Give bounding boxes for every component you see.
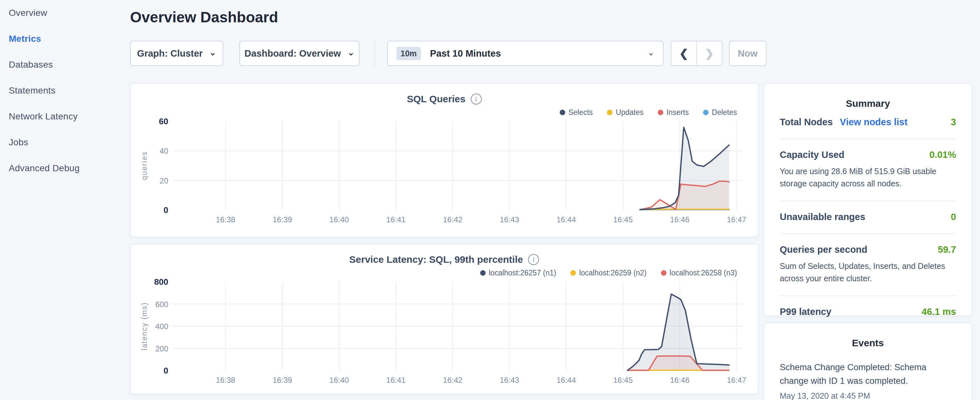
legend-label: Selects	[568, 108, 593, 117]
svg-text:0: 0	[164, 205, 168, 215]
summary-row-capacity: Capacity Used 0.01% You are using 28.6 M…	[780, 139, 956, 201]
sidebar-item-advanced-debug[interactable]: Advanced Debug	[0, 155, 129, 181]
legend-label: localhost:26258 (n3)	[670, 269, 737, 277]
svg-text:16:44: 16:44	[557, 215, 576, 224]
chart-title-row: SQL Queries i	[131, 94, 758, 105]
toolbar-divider	[374, 41, 375, 66]
legend-item[interactable]: Selects	[560, 108, 593, 117]
view-nodes-link[interactable]: View nodes list	[840, 117, 908, 127]
svg-text:600: 600	[155, 300, 168, 309]
legend-label: localhost:26257 (n1)	[489, 269, 556, 277]
summary-description: You are using 28.6 MiB of 515.9 GiB usab…	[780, 166, 956, 190]
page-title: Overview Dashboard	[130, 8, 278, 26]
svg-text:16:38: 16:38	[216, 215, 235, 224]
toolbar: Graph: Cluster ⌄ Dashboard: Overview ⌄ 1…	[130, 41, 767, 66]
svg-text:16:41: 16:41	[386, 376, 406, 384]
legend-item[interactable]: Inserts	[658, 108, 689, 117]
time-step-buttons: ❮ ❯	[671, 41, 722, 66]
legend-item[interactable]: Updates	[607, 108, 644, 117]
svg-text:16:45: 16:45	[613, 376, 633, 384]
svg-text:16:47: 16:47	[727, 215, 746, 224]
summary-row-qps: Queries per second 59.7 Sum of Selects, …	[780, 234, 956, 296]
chart-title: SQL Queries	[407, 94, 465, 105]
legend-dot-icon	[703, 110, 708, 115]
sql-queries-chart: 020406016:3816:3916:4016:4116:4216:4316:…	[133, 118, 754, 228]
info-icon[interactable]: i	[471, 94, 482, 105]
service-latency-chart-card: Service Latency: SQL, 99th percentile i …	[130, 244, 758, 394]
chart-legend: localhost:26257 (n1)localhost:26259 (n2)…	[131, 268, 737, 277]
sidebar-item-statements[interactable]: Statements	[0, 78, 129, 104]
summary-label: P99 latency	[780, 306, 832, 317]
graph-dropdown-label: Graph: Cluster	[137, 48, 203, 59]
sidebar-item-metrics[interactable]: Metrics	[0, 26, 129, 52]
svg-text:16:39: 16:39	[273, 376, 292, 384]
svg-text:16:38: 16:38	[216, 376, 235, 384]
svg-text:16:40: 16:40	[329, 215, 349, 224]
legend-item[interactable]: Deletes	[703, 108, 737, 117]
svg-text:16:41: 16:41	[386, 215, 406, 224]
legend-dot-icon	[480, 270, 486, 276]
summary-value: 0.01%	[929, 150, 956, 160]
next-range-button[interactable]: ❯	[696, 41, 722, 65]
svg-text:0: 0	[164, 366, 168, 375]
summary-label: Queries per second	[780, 244, 867, 255]
chevron-down-icon: ⌄	[209, 48, 216, 57]
legend-dot-icon	[570, 270, 576, 276]
summary-row-total-nodes: Total Nodes View nodes list 3	[780, 117, 956, 139]
dashboard-dropdown[interactable]: Dashboard: Overview ⌄	[239, 41, 360, 66]
svg-text:200: 200	[155, 344, 168, 353]
svg-text:latency (ms): latency (ms)	[140, 302, 148, 350]
summary-row-unavailable-ranges: Unavailable ranges 0	[780, 201, 956, 234]
chart-legend: SelectsUpdatesInsertsDeletes	[131, 108, 737, 117]
svg-text:20: 20	[159, 176, 168, 185]
legend-item[interactable]: localhost:26257 (n1)	[480, 269, 556, 277]
svg-text:800: 800	[154, 278, 168, 287]
svg-text:60: 60	[159, 118, 168, 126]
legend-dot-icon	[658, 110, 663, 115]
svg-text:16:42: 16:42	[443, 215, 462, 224]
summary-value: 46.1 ms	[922, 306, 956, 317]
sidebar-item-network-latency[interactable]: Network Latency	[0, 104, 129, 129]
chevron-down-icon: ⌄	[648, 48, 654, 57]
sidebar-item-databases[interactable]: Databases	[0, 52, 129, 78]
svg-text:16:46: 16:46	[670, 215, 689, 224]
legend-label: Updates	[616, 108, 644, 117]
info-icon[interactable]: i	[528, 254, 539, 265]
sidebar-item-jobs[interactable]: Jobs	[0, 129, 129, 155]
events-panel: Events Schema Change Completed: Schema c…	[764, 323, 972, 400]
svg-text:16:45: 16:45	[613, 215, 633, 224]
legend-item[interactable]: localhost:26259 (n2)	[570, 269, 646, 277]
chart-title: Service Latency: SQL, 99th percentile	[349, 254, 523, 265]
summary-panel: Summary Total Nodes View nodes list 3 Ca…	[764, 83, 972, 316]
svg-text:400: 400	[155, 322, 168, 331]
summary-value: 0	[951, 212, 956, 222]
chevron-down-icon: ⌄	[347, 48, 355, 57]
svg-text:16:44: 16:44	[557, 376, 576, 384]
sql-queries-chart-card: SQL Queries i SelectsUpdatesInsertsDelet…	[130, 83, 758, 237]
events-title: Events	[780, 338, 956, 349]
svg-text:16:43: 16:43	[500, 376, 519, 384]
legend-item[interactable]: localhost:26258 (n3)	[661, 269, 737, 277]
svg-text:16:40: 16:40	[329, 376, 349, 384]
graph-dropdown[interactable]: Graph: Cluster ⌄	[130, 41, 223, 66]
dashboard-dropdown-label: Dashboard: Overview	[245, 48, 341, 59]
legend-label: localhost:26259 (n2)	[579, 269, 646, 277]
sidebar-item-overview[interactable]: Overview	[0, 0, 129, 26]
svg-text:queries: queries	[140, 151, 148, 180]
svg-text:16:42: 16:42	[443, 376, 462, 384]
legend-dot-icon	[661, 270, 667, 276]
summary-label: Total Nodes	[780, 117, 833, 127]
prev-range-button[interactable]: ❮	[671, 41, 696, 65]
svg-text:16:43: 16:43	[500, 215, 519, 224]
summary-description: Sum of Selects, Updates, Inserts, and De…	[780, 260, 956, 284]
event-item[interactable]: Schema Change Completed: Schema change w…	[780, 361, 956, 400]
time-range-label: Past 10 Minutes	[430, 48, 501, 59]
sidebar: Overview Metrics Databases Statements Ne…	[0, 0, 129, 181]
time-range-dropdown[interactable]: 10m Past 10 Minutes ⌄	[387, 41, 663, 66]
legend-dot-icon	[607, 110, 612, 115]
legend-dot-icon	[560, 110, 565, 115]
svg-text:16:47: 16:47	[727, 376, 746, 384]
svg-text:16:46: 16:46	[670, 376, 689, 384]
now-button[interactable]: Now	[729, 41, 767, 66]
summary-label: Unavailable ranges	[780, 212, 865, 222]
